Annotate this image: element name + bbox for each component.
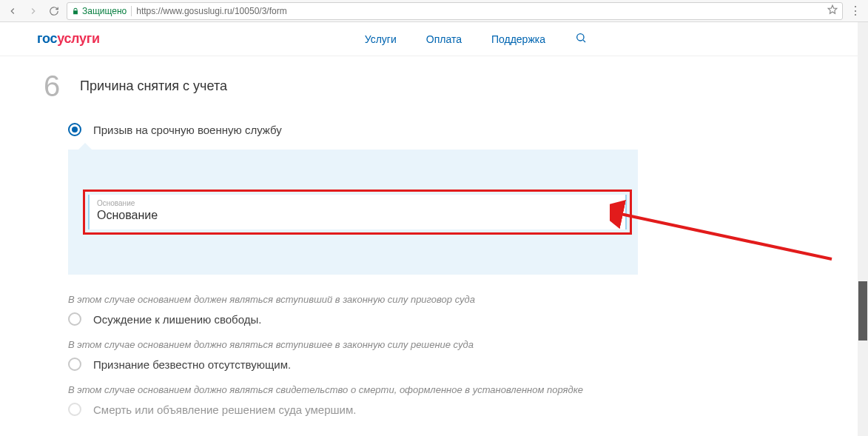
page-content: госуслуги Услуги Оплата Поддержка 6 Прич…: [0, 22, 868, 436]
highlighted-input-frame: Основание: [83, 190, 632, 235]
nav-payment[interactable]: Оплата: [426, 33, 462, 45]
step-number: 6: [37, 71, 67, 101]
address-bar[interactable]: Защищено https://www.gosuslugi.ru/10050/…: [67, 2, 843, 20]
radio-option-1[interactable]: Призыв на срочную военную службу: [68, 123, 831, 136]
url-text: https://www.gosuslugi.ru/10050/3/form: [136, 6, 286, 16]
radio-label: Смерть или объявление решением суда умер…: [93, 403, 356, 416]
expanded-panel: Основание: [68, 150, 638, 275]
step-header: 6 Причина снятия с учета: [37, 71, 831, 101]
browser-menu-icon[interactable]: ⋮: [847, 4, 864, 18]
radio-option-3[interactable]: Признание безвестно отсутствующим.: [68, 358, 831, 371]
secure-chip: Защищено: [72, 6, 132, 16]
reason-input-wrap: Основание: [88, 195, 627, 229]
form-content: 6 Причина снятия с учета Призыв на срочн…: [0, 56, 868, 416]
option-4-hint: В этом случае основанием должно являться…: [68, 384, 831, 395]
primary-nav: Услуги Оплата Поддержка: [365, 32, 587, 46]
radio-icon: [68, 123, 81, 136]
option-3-hint: В этом случае основанием должно являться…: [68, 339, 831, 350]
svg-point-1: [577, 34, 584, 41]
back-button[interactable]: [4, 3, 21, 19]
radio-label: Признание безвестно отсутствующим.: [93, 358, 291, 371]
site-header: госуслуги Услуги Оплата Поддержка: [0, 22, 868, 56]
reason-input[interactable]: [97, 207, 618, 222]
bookmark-star-icon[interactable]: [827, 4, 838, 17]
svg-marker-0: [828, 5, 837, 13]
nav-services[interactable]: Услуги: [365, 33, 397, 45]
forward-button[interactable]: [25, 3, 41, 19]
search-icon[interactable]: [575, 32, 587, 46]
step-title: Причина снятия с учета: [80, 78, 227, 94]
option-2-hint: В этом случае основанием должен являться…: [68, 294, 831, 305]
radio-option-2[interactable]: Осуждение к лишению свободы.: [68, 312, 831, 326]
logo-part1: гос: [37, 31, 57, 46]
radio-option-4[interactable]: Смерть или объявление решением суда умер…: [68, 403, 831, 416]
scrollbar-thumb[interactable]: [858, 281, 867, 341]
input-floating-label: Основание: [97, 199, 618, 207]
site-logo[interactable]: госуслуги: [37, 31, 100, 47]
logo-part2: услуги: [57, 31, 100, 46]
radio-label: Призыв на срочную военную службу: [93, 124, 282, 136]
radio-icon: [68, 312, 81, 326]
reload-button[interactable]: [46, 3, 62, 19]
browser-toolbar: Защищено https://www.gosuslugi.ru/10050/…: [0, 0, 868, 22]
lock-icon: [72, 7, 79, 15]
scrollbar-track[interactable]: [858, 22, 868, 436]
secure-label: Защищено: [82, 6, 127, 16]
nav-support[interactable]: Поддержка: [491, 33, 545, 45]
radio-icon: [68, 358, 81, 371]
radio-label: Осуждение к лишению свободы.: [93, 313, 261, 326]
options-group: Призыв на срочную военную службу Основан…: [68, 123, 831, 416]
svg-line-2: [583, 40, 585, 42]
radio-icon: [68, 403, 81, 416]
